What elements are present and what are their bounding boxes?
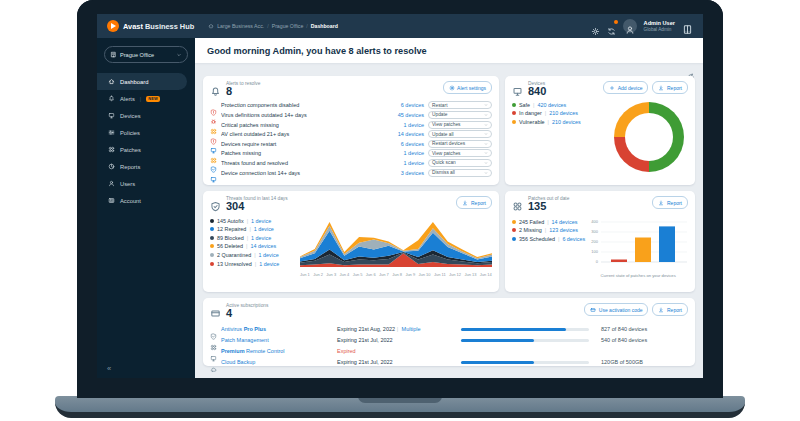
legend-separator: | (548, 119, 549, 125)
alert-devices-link[interactable]: 1 device (380, 160, 424, 166)
patches-card: Patches out of date 135 Report 245 Faile… (505, 191, 695, 292)
sidebar-item-users[interactable]: Users (97, 175, 187, 192)
legend-devices-link[interactable]: 420 devices (538, 102, 567, 108)
legend-devices-link[interactable]: 1 device (254, 226, 274, 232)
subscription-name-link[interactable]: Premium Remote Control (221, 348, 333, 354)
new-badge: NEW (146, 96, 160, 102)
download-icon (658, 85, 664, 91)
sidebar-item-reports[interactable]: Reports (97, 158, 187, 175)
brand-logo[interactable]: Avast Business Hub (107, 20, 194, 32)
sync-notification-icon[interactable] (607, 22, 616, 31)
alert-devices-link[interactable]: 1 device (380, 122, 424, 128)
legend-devices-link[interactable]: 1 device (259, 261, 279, 267)
devices-report-button[interactable]: Report (652, 81, 688, 94)
monitor-icon (108, 112, 115, 119)
legend-devices-link[interactable]: 210 devices (549, 110, 578, 116)
subscription-name-link[interactable]: Patch Management (221, 337, 333, 343)
subscriptions-report-button[interactable]: Report (652, 303, 688, 316)
alert-devices-link[interactable]: 1 device (380, 150, 424, 156)
sidebar-item-patches[interactable]: Patches (97, 141, 187, 158)
legend-devices-link[interactable]: 123 devices (549, 227, 578, 233)
breadcrumb-item[interactable]: Dashboard (311, 23, 338, 29)
patches-report-button[interactable]: Report (652, 196, 688, 209)
sidebar-item-label: Policies (120, 130, 140, 136)
subscription-name-link[interactable]: Antivirus Pro Plus (221, 326, 333, 332)
alert-action-select[interactable]: View patches (428, 149, 492, 157)
alert-action-select[interactable]: Restart devices (428, 140, 492, 148)
threats-report-button[interactable]: Report (456, 196, 492, 209)
alert-settings-button[interactable]: Alert settings (443, 81, 492, 94)
usage-bar-fill (461, 361, 534, 364)
alert-devices-link[interactable]: 6 devices (380, 102, 424, 108)
sidebar-item-label: Account (120, 198, 141, 204)
alert-devices-link[interactable]: 6 devices (380, 141, 424, 147)
x-axis-label: Jun 6 (366, 272, 376, 277)
sidebar-item-label: Dashboard (120, 79, 148, 85)
alert-action-select[interactable]: Update (428, 111, 492, 119)
sidebar-item-dashboard[interactable]: Dashboard (97, 73, 187, 90)
chevron-down-icon (484, 171, 488, 175)
legend-devices-link[interactable]: 14 devices (552, 219, 578, 225)
alert-devices-link[interactable]: 45 devices (380, 112, 424, 118)
legend-dot (512, 120, 516, 124)
alert-label: Patches missing (221, 150, 376, 156)
alert-row: Virus definitions outdated 14+ days45 de… (210, 110, 492, 120)
alert-action-label: Restart (432, 103, 447, 108)
alert-action-select[interactable]: Restart (428, 101, 492, 109)
sidebar-item-account[interactable]: Account (97, 192, 187, 209)
legend-devices-link[interactable]: 14 devices (250, 243, 276, 249)
breadcrumb-item[interactable]: Large Business Acc. (217, 23, 264, 29)
legend-separator: | (255, 261, 256, 267)
org-selector[interactable]: Prague Office (104, 46, 188, 63)
patch-icon (210, 150, 217, 157)
alert-devices-link[interactable]: 14 devices (380, 131, 424, 137)
svg-text:200: 200 (591, 239, 598, 244)
sidebar-item-devices[interactable]: Devices (97, 107, 187, 124)
legend-devices-link[interactable]: 6 devices (562, 236, 585, 242)
chevron-down-icon (484, 151, 488, 155)
cloud-icon (210, 359, 217, 366)
settings-icon[interactable] (591, 22, 600, 31)
avatar[interactable] (623, 19, 637, 33)
breadcrumb-item[interactable]: Prague Office (272, 23, 304, 29)
alert-label: Threats found and resolved (221, 160, 376, 166)
x-axis-label: Jun 9 (405, 272, 415, 277)
legend-item: 13 Unresolved|1 device (210, 261, 296, 267)
expiry-multiple-link[interactable]: Multiple (402, 326, 421, 332)
legend-devices-link[interactable]: 1 device (251, 218, 271, 224)
subscription-name-link[interactable]: Cloud Backup (221, 359, 333, 365)
svg-text:100: 100 (591, 249, 598, 254)
legend-separator: | (247, 218, 248, 224)
chevron-down-icon (484, 142, 488, 146)
legend-label: 145 Autofix (217, 218, 244, 224)
use-activation-code-button[interactable]: Use activation code (584, 303, 648, 316)
legend-devices-link[interactable]: 1 device (259, 252, 279, 258)
sidebar-item-alerts[interactable]: Alerts|NEW (97, 90, 187, 107)
legend-devices-link[interactable]: 210 devices (552, 119, 581, 125)
alert-action-select[interactable]: View patches (428, 121, 492, 129)
add-device-button[interactable]: Add device (603, 81, 648, 94)
laptop-mockup: Avast Business Hub Large Business Acc./P… (0, 0, 800, 421)
alert-action-select[interactable]: Dismiss all (428, 169, 492, 177)
legend-separator: | (249, 226, 250, 232)
alert-action-select[interactable]: Quick scan (428, 159, 492, 167)
alert-row: Protection components disabled6 devicesR… (210, 101, 492, 111)
alert-action-select[interactable]: Update all (428, 130, 492, 138)
user-menu[interactable]: Admin User Global Admin (644, 20, 675, 32)
download-icon (658, 307, 664, 313)
svg-text:400: 400 (591, 219, 598, 224)
refresh-icon[interactable] (687, 67, 695, 75)
legend-label: 89 Blocked (217, 235, 244, 241)
sidebar-collapse-button[interactable]: « (107, 364, 111, 373)
alert-devices-link[interactable]: 3 devices (380, 170, 424, 176)
alert-label: Virus definitions outdated 14+ days (221, 112, 376, 118)
legend-item: 245 Failed|14 devices (512, 219, 585, 225)
legend-devices-link[interactable]: 1 device (251, 235, 271, 241)
legend-separator: | (547, 219, 548, 225)
chevron-down-icon (484, 103, 488, 107)
legend-label: 13 Unresolved (217, 261, 252, 267)
resources-icon[interactable] (682, 21, 693, 32)
gear-icon (449, 85, 455, 91)
legend-item: 89 Blocked|1 device (210, 235, 296, 241)
sidebar-item-policies[interactable]: Policies (97, 124, 187, 141)
